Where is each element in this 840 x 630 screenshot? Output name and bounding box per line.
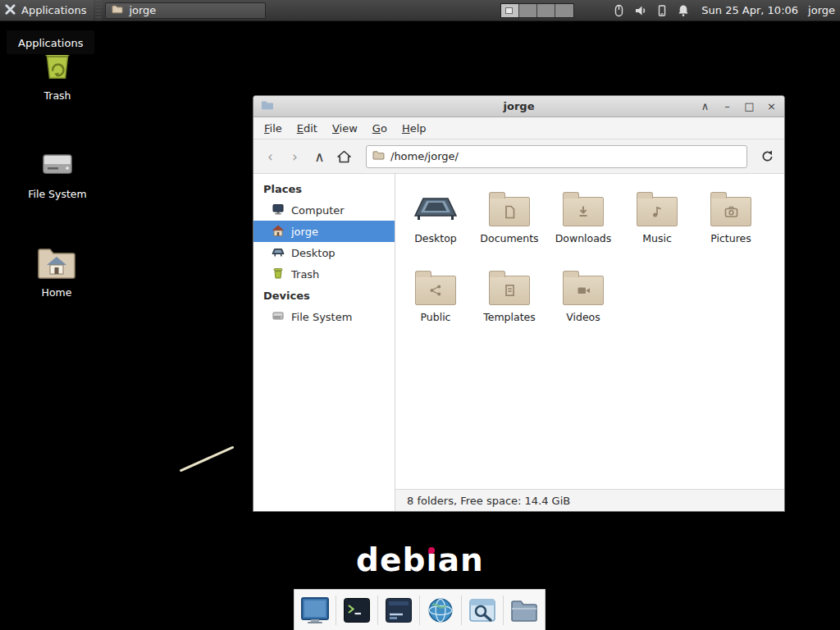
terminal-icon[interactable]	[341, 595, 372, 626]
show-desktop-icon[interactable]	[299, 595, 331, 626]
menu-go[interactable]: Go	[365, 119, 395, 138]
location-path: /home/jorge/	[390, 150, 459, 162]
sidebar-item-computer[interactable]: Computer	[253, 199, 395, 221]
file-item-desktop[interactable]: Desktop	[399, 182, 472, 261]
volume-icon[interactable]	[634, 4, 647, 17]
file-item-label: Documents	[480, 232, 538, 244]
logo-i: ı	[426, 541, 437, 578]
folder-documents-icon	[489, 197, 530, 226]
panel-username: jorge	[808, 4, 835, 16]
sidebar-item-label: Trash	[291, 268, 319, 281]
web-browser-icon[interactable]	[425, 595, 456, 626]
file-item-label: Videos	[566, 311, 600, 323]
file-item-label: Pictures	[710, 232, 751, 244]
dock-separator	[336, 596, 336, 625]
maximize-button[interactable]: □	[744, 96, 755, 117]
applications-tooltip: Applications	[6, 30, 95, 55]
sidebar-places-header: Places	[253, 178, 395, 199]
workspace-switcher	[500, 3, 574, 18]
file-item-videos[interactable]: Videos	[546, 261, 620, 340]
drive-icon	[38, 141, 77, 182]
folder-templates-icon	[489, 276, 530, 305]
up-button[interactable]: ∧	[308, 145, 331, 167]
sidebar-item-jorge[interactable]: jorge	[253, 221, 395, 242]
sidebar-item-label: Desktop	[291, 247, 336, 259]
top-panel: Applications jorge Sun 25 Apr, 10:06 jor…	[0, 0, 840, 21]
file-item-templates[interactable]: Templates	[472, 261, 546, 340]
applications-menu-label: Applications	[21, 4, 86, 16]
debian-wallpaper-logo: debıan	[356, 541, 484, 578]
shade-button[interactable]: ∧	[700, 96, 710, 117]
debian-swirl-icon	[429, 547, 436, 554]
computer-icon	[272, 203, 285, 218]
sidebar-item-desktop[interactable]: Desktop	[253, 242, 395, 263]
user-desktop-icon	[413, 182, 458, 226]
settings-terminal-icon[interactable]	[383, 595, 414, 626]
xorg-x-icon	[4, 3, 16, 18]
file-item-public[interactable]: Public	[399, 261, 472, 340]
mouse-icon[interactable]	[612, 4, 625, 17]
bottom-dock	[294, 589, 546, 630]
sidebar-item-label: jorge	[291, 226, 318, 238]
menu-edit[interactable]: Edit	[290, 119, 325, 138]
menu-view[interactable]: View	[325, 119, 365, 138]
sidebar: Places Computer jorge Desktop	[253, 174, 395, 511]
file-item-music[interactable]: Music	[620, 182, 694, 261]
workspace-3[interactable]	[537, 4, 555, 17]
location-bar[interactable]: /home/jorge/	[366, 145, 747, 168]
sidebar-item-label: Computer	[291, 204, 345, 217]
back-button[interactable]: ‹	[259, 145, 281, 167]
dock-separator	[377, 596, 378, 625]
panel-separator	[95, 0, 102, 21]
dock-separator	[461, 596, 462, 625]
desktop-icon-home[interactable]: Home	[16, 240, 98, 299]
menu-help[interactable]: Help	[395, 119, 434, 138]
file-item-documents[interactable]: Documents	[472, 182, 546, 261]
menu-file[interactable]: File	[257, 119, 290, 138]
user-home-icon	[272, 224, 285, 240]
trash-icon	[272, 267, 285, 282]
file-manager-icon[interactable]	[509, 595, 540, 626]
dock-separator	[419, 596, 420, 625]
home-button[interactable]	[333, 145, 355, 167]
file-item-downloads[interactable]: Downloads	[546, 182, 620, 261]
sidebar-item-trash[interactable]: Trash	[253, 263, 395, 285]
folder-icon	[112, 4, 123, 16]
file-icon-view: Desktop Documents	[395, 174, 784, 489]
desktop-icon-label: Home	[42, 286, 72, 299]
workspace-4[interactable]	[555, 4, 573, 17]
forward-button[interactable]: ›	[284, 145, 306, 167]
panel-clock[interactable]: Sun 25 Apr, 10:06	[701, 4, 798, 16]
file-manager-window: jorge ∧ – □ × File Edit View Go Help ‹ ›…	[253, 95, 785, 512]
sidebar-item-label: File System	[291, 311, 352, 323]
file-item-label: Desktop	[414, 232, 457, 244]
app-finder-icon[interactable]	[467, 595, 498, 626]
desktop-icon-label: Trash	[43, 89, 71, 102]
desktop-icon-file-system[interactable]: File System	[16, 141, 98, 200]
minimize-button[interactable]: –	[722, 96, 733, 117]
applications-menu-button[interactable]: Applications	[0, 0, 94, 21]
workspace-2[interactable]	[519, 4, 537, 17]
workspace-1[interactable]	[501, 4, 519, 17]
desktop-icon-label: File System	[28, 188, 87, 200]
window-controls: ∧ – □ ×	[700, 96, 777, 117]
system-tray	[612, 4, 690, 17]
home-folder-icon	[36, 240, 77, 281]
sidebar-item-file-system[interactable]: File System	[253, 306, 395, 327]
file-item-label: Downloads	[555, 232, 612, 244]
folder-icon	[372, 150, 385, 162]
folder-videos-icon	[563, 276, 604, 305]
file-item-pictures[interactable]: Pictures	[694, 182, 768, 261]
close-button[interactable]: ×	[766, 96, 777, 117]
logo-text: deb	[356, 541, 426, 578]
indicator-icon[interactable]	[656, 4, 668, 17]
toolbar: ‹ › ∧ /home/jorge/	[253, 139, 784, 174]
file-item-label: Music	[642, 232, 672, 244]
window-titlebar[interactable]: jorge ∧ – □ ×	[253, 96, 784, 117]
taskbar-window-button[interactable]: jorge	[105, 2, 266, 19]
drive-icon	[272, 309, 285, 325]
bell-icon[interactable]	[677, 4, 690, 17]
folder-music-icon	[637, 197, 678, 226]
reload-button[interactable]	[756, 145, 778, 167]
logo-text: an	[438, 541, 484, 578]
